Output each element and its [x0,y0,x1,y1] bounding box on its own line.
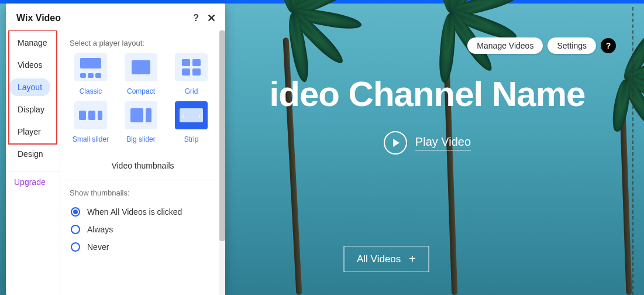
radio-icon [71,242,80,252]
sidebar-item-design[interactable]: Design [9,145,51,163]
sidebar-item-player[interactable]: Player [9,123,49,140]
thumbnail-option-when-clicked[interactable]: When All Videos is clicked [60,203,225,221]
thumbnail-option-never[interactable]: Never [60,238,225,256]
radio-label: When All Videos is clicked [87,207,182,217]
small-slider-icon [74,101,107,129]
layout-option-big-slider[interactable]: Big slider [119,101,163,143]
sidebar-item-videos[interactable]: Videos [9,56,51,74]
manage-videos-button[interactable]: Manage Videos [467,37,543,54]
layout-caption: Small slider [73,135,109,143]
classic-icon [74,53,107,81]
channel-name-heading: ideo Channel Name [234,74,621,114]
layout-caption: Strip [184,135,199,143]
layout-option-compact[interactable]: Compact [119,53,163,95]
panel-title: Wix Video [16,13,61,23]
big-slider-icon [125,101,157,129]
layout-option-grid[interactable]: Grid [169,53,213,95]
sidebar-item-manage[interactable]: Manage [9,34,56,52]
page-guide-line [632,7,633,295]
play-icon [384,131,407,155]
all-videos-label: All Videos [357,253,401,265]
settings-button[interactable]: Settings [547,37,596,54]
radio-label: Always [87,225,113,234]
wix-video-panel: Wix Video ? ✕ Manage Videos Layout Displ… [6,4,225,295]
panel-content: Select a player layout: Classic Comp [60,30,225,295]
radio-icon [71,225,80,234]
grid-icon [175,53,208,81]
layout-caption: Big slider [126,135,155,143]
sidebar-item-display[interactable]: Display [9,101,53,118]
layout-option-small-slider[interactable]: Small slider [68,101,113,143]
upgrade-link[interactable]: Upgrade [6,171,60,193]
play-video-button[interactable]: Play Video [384,131,471,155]
layout-option-classic[interactable]: Classic [68,53,113,95]
sidebar-item-layout[interactable]: Layout [9,78,50,96]
play-video-label: Play Video [415,135,471,150]
layout-caption: Classic [80,87,102,95]
panel-help-icon[interactable]: ? [193,13,199,23]
thumbnail-option-always[interactable]: Always [60,221,225,238]
layout-options: Classic Compact Grid [60,53,225,152]
layout-caption: Grid [185,87,198,95]
strip-icon: ‹ › [175,101,208,129]
layout-option-strip[interactable]: ‹ › Strip [169,101,213,143]
scrollbar[interactable] [219,30,225,295]
panel-sidebar: Manage Videos Layout Display Player Desi… [6,30,60,295]
floating-actions: Manage Videos Settings ? [467,37,616,54]
thumbnails-section-title: Video thumbnails [68,152,217,180]
plus-icon: + [409,252,416,266]
select-layout-label: Select a player layout: [60,30,225,53]
show-thumbnails-label: Show thumbnails: [60,180,225,203]
help-icon[interactable]: ? [601,38,616,53]
all-videos-button[interactable]: All Videos + [343,246,429,272]
panel-header: Wix Video ? ✕ [6,4,225,30]
layout-caption: Compact [127,87,155,95]
radio-label: Never [87,242,109,252]
close-icon[interactable]: ✕ [207,12,216,25]
radio-icon [71,207,80,217]
compact-icon [125,53,157,81]
